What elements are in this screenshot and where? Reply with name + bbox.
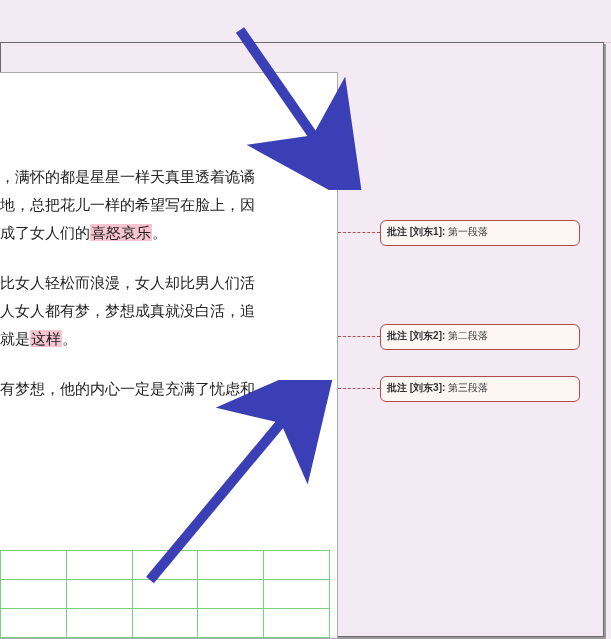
table-cell[interactable] — [198, 551, 264, 580]
paragraph-2-line-3: 就是这样。 — [0, 325, 328, 353]
comment-box-3[interactable]: 批注 [刘东3]: 第三段落 — [380, 376, 580, 402]
table-row — [1, 551, 330, 580]
p2-l3-b: 。 — [62, 330, 77, 347]
paragraph-1-line-1: ，满怀的都是星星一样天真里透着诡谲 — [0, 163, 328, 191]
table-cell[interactable] — [66, 551, 132, 580]
comments-pane: 批注 [刘东1]: 第一段落 批注 [刘东2]: 第二段落 批注 [刘东3]: … — [338, 72, 603, 639]
table-cell[interactable] — [132, 609, 198, 638]
p1-l3-a: 成了女人们的 — [0, 224, 90, 241]
comment-label: 批注 [刘东1]: — [387, 226, 445, 237]
comment-text: 第一段落 — [448, 226, 488, 237]
comment-label: 批注 [刘东3]: — [387, 382, 445, 393]
table-cell[interactable] — [1, 551, 67, 580]
table-cell[interactable] — [264, 551, 330, 580]
comment-text: 第二段落 — [448, 330, 488, 341]
table-row — [1, 580, 330, 609]
table-row — [1, 609, 330, 638]
table-cell[interactable] — [264, 609, 330, 638]
paragraph-2-line-1: 比女人轻松而浪漫，女人却比男人们活 — [0, 269, 328, 297]
top-margin — [0, 0, 611, 43]
table-cell[interactable] — [198, 580, 264, 609]
table-cell[interactable] — [66, 580, 132, 609]
comment-label: 批注 [刘东2]: — [387, 330, 445, 341]
paragraph-1-line-2: 地，总把花儿一样的希望写在脸上，因 — [0, 191, 328, 219]
table-cell[interactable] — [132, 580, 198, 609]
document-page: ，满怀的都是星星一样天真里透着诡谲 地，总把花儿一样的希望写在脸上，因 成了女人… — [0, 72, 338, 639]
comment-leader-1 — [338, 232, 380, 233]
highlight-1[interactable]: 喜怒哀乐 — [90, 224, 152, 241]
table-cell[interactable] — [264, 580, 330, 609]
comment-box-2[interactable]: 批注 [刘东2]: 第二段落 — [380, 324, 580, 350]
green-table — [0, 550, 330, 638]
highlight-2[interactable]: 这样 — [30, 330, 62, 347]
paragraph-3-line-1: 有梦想，他的内心一定是充满了忧虑和 — [0, 375, 328, 403]
p2-l3-a: 就是 — [0, 330, 30, 347]
table-cell[interactable] — [1, 609, 67, 638]
paragraph-2-line-2: 人女人都有梦，梦想成真就没白活，追 — [0, 297, 328, 325]
p1-l3-b: 。 — [152, 224, 167, 241]
table-cell[interactable] — [66, 609, 132, 638]
comment-text: 第三段落 — [448, 382, 488, 393]
comment-leader-2 — [338, 336, 380, 337]
table-cell[interactable] — [132, 551, 198, 580]
table-cell[interactable] — [1, 580, 67, 609]
canvas: ，满怀的都是星星一样天真里透着诡谲 地，总把花儿一样的希望写在脸上，因 成了女人… — [0, 0, 611, 639]
table-cell[interactable] — [198, 609, 264, 638]
comment-box-1[interactable]: 批注 [刘东1]: 第一段落 — [380, 220, 580, 246]
paragraph-1-line-3: 成了女人们的喜怒哀乐。 — [0, 219, 328, 247]
comment-leader-3 — [338, 388, 380, 389]
